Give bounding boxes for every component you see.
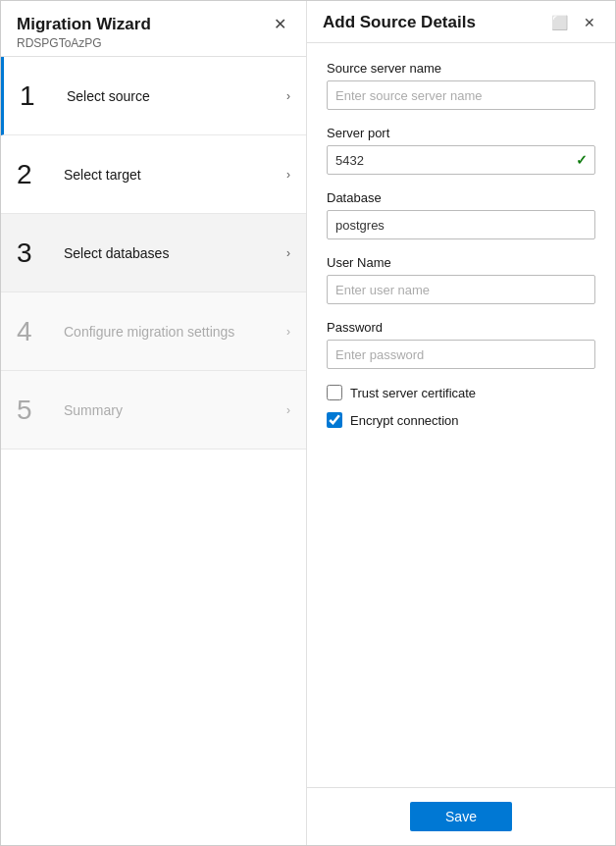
right-header: Add Source Details ⬜ ✕ [307,1,615,43]
close-icon: ✕ [274,16,286,32]
trust-cert-row: Trust server certificate [327,385,595,400]
wizard-subtitle: RDSPGToAzPG [17,36,151,50]
check-icon: ✓ [576,152,588,168]
left-close-button[interactable]: ✕ [270,15,290,34]
step-4[interactable]: 4 Configure migration settings › [1,292,306,371]
right-panel-title: Add Source Details [323,13,476,32]
step-1-label: Select source [67,88,279,104]
step-5-chevron-icon: › [286,403,290,417]
server-port-label: Server port [327,126,595,140]
step-2-label: Select target [64,167,279,183]
step-3[interactable]: 3 Select databases › [1,214,306,292]
encrypt-conn-label[interactable]: Encrypt connection [350,413,459,428]
step-5-label: Summary [64,402,279,418]
source-server-name-label: Source server name [327,61,595,76]
step-3-chevron-icon: › [286,246,290,260]
step-1[interactable]: 1 Select source › [1,57,306,135]
step-2-number: 2 [17,159,52,190]
wizard-title: Migration Wizard [17,15,151,34]
server-port-input-wrapper: ✓ [327,145,595,175]
source-server-name-input[interactable] [327,80,595,110]
trust-cert-label[interactable]: Trust server certificate [350,386,476,400]
user-name-label: User Name [327,255,595,270]
database-label: Database [327,190,595,205]
server-port-group: Server port ✓ [327,126,595,175]
password-label: Password [327,320,595,335]
step-4-label: Configure migration settings [64,324,279,340]
step-1-chevron-icon: › [286,89,290,103]
right-close-icon: ✕ [584,15,595,30]
user-name-group: User Name [327,255,595,304]
right-panel: Add Source Details ⬜ ✕ Source server nam… [307,1,615,845]
database-input[interactable] [327,210,595,239]
step-5[interactable]: 5 Summary › [1,371,306,449]
step-3-label: Select databases [64,245,279,261]
step-3-number: 3 [17,238,52,269]
encrypt-conn-row: Encrypt connection [327,412,595,428]
server-port-input[interactable] [327,145,595,175]
password-group: Password [327,320,595,369]
step-4-number: 4 [17,316,52,347]
source-server-name-group: Source server name [327,61,595,110]
password-input[interactable] [327,340,595,369]
database-group: Database [327,190,595,239]
right-content: Source server name Server port ✓ Databas… [307,43,615,787]
maximize-button[interactable]: ⬜ [547,14,572,31]
user-name-input[interactable] [327,275,595,304]
trust-cert-checkbox[interactable] [327,385,342,400]
left-panel: Migration Wizard RDSPGToAzPG ✕ 1 Select … [1,1,307,845]
wizard-steps: 1 Select source › 2 Select target › 3 Se… [1,57,306,845]
right-footer: Save [307,787,615,845]
step-1-number: 1 [20,80,55,112]
left-header: Migration Wizard RDSPGToAzPG ✕ [1,1,306,57]
right-header-actions: ⬜ ✕ [547,14,599,31]
step-2-chevron-icon: › [286,168,290,182]
right-close-button[interactable]: ✕ [580,14,599,31]
step-4-chevron-icon: › [286,325,290,339]
step-5-number: 5 [17,395,52,426]
maximize-icon: ⬜ [551,15,568,30]
encrypt-conn-checkbox[interactable] [327,412,342,428]
step-2[interactable]: 2 Select target › [1,135,306,214]
save-button[interactable]: Save [410,802,512,831]
